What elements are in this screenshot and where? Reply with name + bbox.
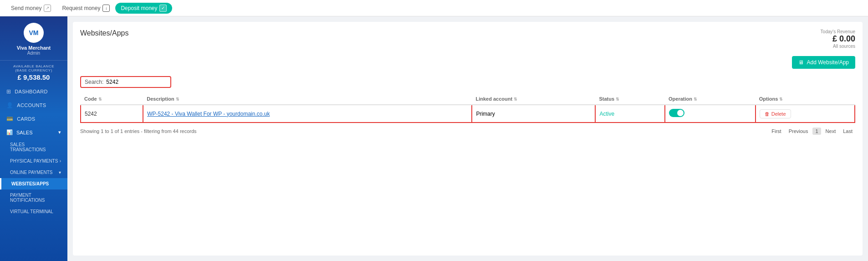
deposit-money-label: Deposit money [121, 5, 157, 11]
delete-button[interactable]: 🗑 Delete [760, 109, 791, 118]
chevron-down-icon: ▾ [59, 170, 61, 175]
websites-apps-table: Code ⇅ Description ⇅ Linked account ⇅ [80, 93, 855, 123]
virtual-terminal-label: VIRTUAL TERMINAL [10, 209, 53, 214]
col-linked-account: Linked account ⇅ [472, 93, 595, 105]
cards-icon: 💳 [6, 116, 13, 122]
balance-amount: £ 9,538.50 [4, 73, 64, 81]
search-box: Search: [80, 76, 171, 88]
profile-role: Admin [27, 51, 40, 56]
merchant-name: Viva Merchant [17, 45, 51, 51]
cell-status: Active [595, 105, 665, 123]
search-area: Search: [80, 76, 855, 88]
sidebar-sub-virtual-terminal[interactable]: VIRTUAL TERMINAL [0, 206, 67, 217]
sidebar-item-label: CARDS [17, 116, 35, 122]
dashboard-icon: ⊞ [6, 88, 11, 95]
send-money-button[interactable]: Send money ↗ [5, 3, 56, 14]
sort-linked-icon[interactable]: ⇅ [514, 97, 517, 102]
online-payments-label: ONLINE PAYMENTS [10, 170, 53, 175]
sort-description-icon[interactable]: ⇅ [176, 97, 179, 102]
sidebar-item-dashboard[interactable]: ⊞ DASHBOARD [0, 85, 67, 98]
main-layout: VM Viva Merchant Admin AVAILABLE BALANCE… [0, 16, 868, 261]
col-status: Status ⇅ [595, 93, 665, 105]
pagination-current[interactable]: 1 [812, 128, 821, 135]
request-money-button[interactable]: Request money ↓ [56, 3, 115, 14]
operation-toggle[interactable] [669, 109, 684, 117]
sidebar-item-accounts[interactable]: 👤 ACCOUNTS [0, 98, 67, 112]
payment-notifications-label: PAYMENT NOTIFICATIONS [10, 193, 61, 203]
add-website-app-button[interactable]: 🖥 Add Website/App [792, 56, 855, 69]
description-link[interactable]: WP-5242 - Viva Wallet For WP - yourdomai… [147, 111, 270, 117]
cell-description: WP-5242 - Viva Wallet For WP - yourdomai… [143, 105, 472, 123]
sidebar-sub-sales-transactions[interactable]: SALES TRANSACTIONS [0, 139, 67, 155]
pagination-first[interactable]: First [769, 128, 784, 135]
revenue-label: Today's Revenue [792, 29, 855, 34]
cell-code: 5242 [81, 105, 143, 123]
chevron-right-icon: › [60, 159, 61, 164]
send-money-label: Send money [11, 5, 41, 11]
accounts-icon: 👤 [6, 102, 13, 108]
pagination: First Previous 1 Next Last [769, 128, 855, 135]
sidebar-sub-online-payments[interactable]: ONLINE PAYMENTS ▾ [0, 167, 67, 178]
search-label: Search: [85, 79, 103, 85]
revenue-amount: £ 0.00 [792, 34, 855, 44]
col-description: Description ⇅ [143, 93, 472, 105]
sidebar-sub-payment-notifications[interactable]: PAYMENT NOTIFICATIONS [0, 189, 67, 206]
pagination-next[interactable]: Next [823, 128, 839, 135]
balance-sublabel: (Base currency) [4, 68, 64, 72]
websites-apps-label: WEBSITES/APPS [11, 181, 49, 186]
sidebar-item-sales[interactable]: 📊 SALES ▾ [0, 126, 67, 139]
request-money-label: Request money [62, 5, 100, 11]
balance-label: AVAILABLE BALANCE [4, 64, 64, 68]
pagination-previous[interactable]: Previous [786, 128, 811, 135]
revenue-sub: All sources [792, 44, 855, 49]
deposit-icon: ✓ [159, 5, 167, 12]
table-body: 5242 WP-5242 - Viva Wallet For WP - your… [81, 105, 855, 123]
sales-transactions-label: SALES TRANSACTIONS [10, 142, 61, 152]
col-operation: Operation ⇅ [665, 93, 756, 105]
sort-operation-icon[interactable]: ⇅ [694, 97, 697, 102]
request-icon: ↓ [102, 5, 110, 12]
content-area: Websites/Apps Today's Revenue £ 0.00 All… [67, 16, 868, 261]
physical-payments-label: PHYSICAL PAYMENTS [10, 159, 58, 164]
top-navigation: Send money ↗ Request money ↓ Deposit mon… [0, 0, 868, 16]
sidebar-sub-websites-apps[interactable]: WEBSITES/APPS [0, 178, 67, 189]
sales-label: SALES [16, 130, 32, 135]
cell-operation [665, 105, 756, 123]
search-input[interactable] [106, 79, 167, 85]
trash-icon: 🗑 [765, 111, 770, 117]
header-right: Today's Revenue £ 0.00 All sources 🖥 Add… [792, 29, 855, 69]
sidebar-menu: ⊞ DASHBOARD 👤 ACCOUNTS 💳 CARDS 📊 SALES ▾… [0, 85, 67, 261]
sidebar-item-label: ACCOUNTS [17, 102, 46, 108]
col-options: Options ⇅ [756, 93, 855, 105]
page-header: Websites/Apps Today's Revenue £ 0.00 All… [80, 29, 855, 69]
page-title: Websites/Apps [80, 29, 128, 37]
add-icon: 🖥 [798, 59, 804, 66]
sales-icon: 📊 [6, 129, 13, 135]
add-button-label: Add Website/App [807, 59, 849, 66]
status-badge: Active [599, 111, 614, 117]
footer-info: Showing 1 to 1 of 1 entries - filtering … [80, 128, 197, 134]
send-icon: ↗ [44, 5, 51, 12]
sidebar-item-label: DASHBOARD [15, 89, 47, 94]
table-footer: Showing 1 to 1 of 1 entries - filtering … [80, 128, 855, 135]
sidebar-sub-physical-payments[interactable]: PHYSICAL PAYMENTS › [0, 155, 67, 167]
table-row: 5242 WP-5242 - Viva Wallet For WP - your… [81, 105, 855, 123]
sidebar-profile: VM Viva Merchant Admin [0, 16, 67, 61]
col-code: Code ⇅ [81, 93, 143, 105]
sidebar-item-cards[interactable]: 💳 CARDS [0, 112, 67, 126]
pagination-last[interactable]: Last [840, 128, 855, 135]
sidebar: VM Viva Merchant Admin AVAILABLE BALANCE… [0, 16, 67, 261]
table-header: Code ⇅ Description ⇅ Linked account ⇅ [81, 93, 855, 105]
cell-linked-account: Primary [472, 105, 595, 123]
cell-options: 🗑 Delete [756, 105, 855, 123]
sort-code-icon[interactable]: ⇅ [98, 97, 102, 102]
balance-section: AVAILABLE BALANCE (Base currency) £ 9,53… [0, 61, 67, 85]
delete-label: Delete [771, 111, 786, 117]
sort-options-icon[interactable]: ⇅ [779, 97, 783, 102]
chevron-down-icon: ▾ [58, 129, 61, 135]
deposit-money-button[interactable]: Deposit money ✓ [115, 3, 172, 14]
sort-status-icon[interactable]: ⇅ [616, 97, 619, 102]
avatar: VM [24, 23, 44, 43]
content-inner: Websites/Apps Today's Revenue £ 0.00 All… [73, 22, 863, 256]
